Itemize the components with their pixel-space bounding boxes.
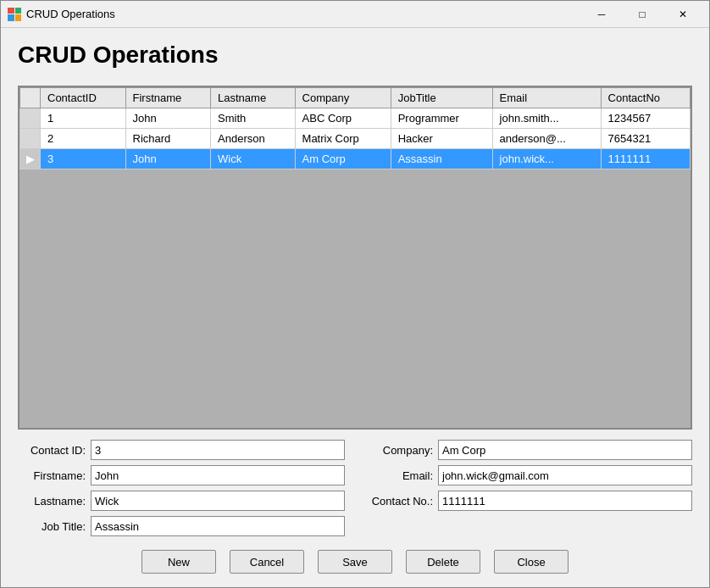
save-button[interactable]: Save	[318, 550, 392, 574]
close-window-button[interactable]: ✕	[663, 4, 702, 25]
jobtitle-input[interactable]	[91, 516, 345, 536]
contactno-input[interactable]	[438, 491, 692, 511]
jobtitle-row: Job Title:	[18, 516, 345, 536]
lastname-label: Lastname:	[18, 495, 86, 508]
jobtitle-label: Job Title:	[18, 520, 86, 533]
grid-empty-area	[19, 169, 691, 305]
app-icon	[8, 8, 21, 21]
data-grid-container: ContactID Firstname Lastname Company Job…	[18, 86, 692, 430]
col-header-contactno: ContactNo	[601, 88, 690, 108]
main-window: CRUD Operations ─ □ ✕ CRUD Operations Co…	[0, 0, 710, 588]
company-row: Company:	[365, 440, 692, 460]
form-right: Company: Email: Contact No.:	[365, 440, 692, 536]
table-header-row: ContactID Firstname Lastname Company Job…	[20, 88, 691, 108]
col-header-contactid: ContactID	[41, 88, 126, 108]
lastname-input[interactable]	[91, 491, 345, 511]
col-header-lastname: Lastname	[211, 88, 296, 108]
page-title: CRUD Operations	[18, 42, 692, 69]
email-input[interactable]	[438, 465, 692, 485]
table-row[interactable]: 1JohnSmithABC CorpProgrammerjohn.smith..…	[20, 108, 691, 129]
buttons-row: New Cancel Save Delete Close	[18, 550, 692, 574]
close-button[interactable]: Close	[494, 550, 569, 574]
lastname-row: Lastname:	[18, 491, 345, 511]
col-header-jobtitle: JobTitle	[391, 88, 492, 108]
data-table: ContactID Firstname Lastname Company Job…	[19, 87, 691, 169]
table-row[interactable]: ▶3JohnWickAm CorpAssassinjohn.wick...111…	[20, 149, 691, 169]
contact-id-row: Contact ID:	[18, 440, 345, 460]
window-content: CRUD Operations ContactID Firstname Last…	[1, 28, 709, 587]
company-label: Company:	[365, 444, 433, 457]
maximize-button[interactable]: □	[623, 4, 662, 25]
firstname-row: Firstname:	[18, 465, 345, 485]
company-input[interactable]	[438, 440, 692, 460]
firstname-input[interactable]	[91, 465, 345, 485]
table-row[interactable]: 2RichardAndersonMatrix CorpHackeranderso…	[20, 129, 691, 149]
col-header-selector	[20, 88, 41, 108]
form-left: Contact ID: Firstname: Lastname: Job Tit…	[18, 440, 345, 536]
form-section: Contact ID: Firstname: Lastname: Job Tit…	[18, 440, 692, 536]
new-button[interactable]: New	[141, 550, 216, 574]
contactno-label: Contact No.:	[365, 495, 433, 508]
firstname-label: Firstname:	[18, 469, 86, 482]
cancel-button[interactable]: Cancel	[230, 550, 304, 574]
col-header-company: Company	[295, 88, 391, 108]
col-header-firstname: Firstname	[125, 88, 211, 108]
col-header-email: Email	[492, 88, 601, 108]
delete-button[interactable]: Delete	[406, 550, 480, 574]
window-title: CRUD Operations	[26, 8, 582, 20]
minimize-button[interactable]: ─	[582, 4, 621, 25]
email-label: Email:	[365, 469, 433, 482]
contact-id-label: Contact ID:	[18, 444, 86, 457]
window-controls: ─ □ ✕	[582, 4, 702, 25]
contactno-row: Contact No.:	[365, 491, 692, 511]
email-row: Email:	[365, 465, 692, 485]
title-bar: CRUD Operations ─ □ ✕	[1, 1, 709, 28]
contact-id-input[interactable]	[91, 440, 345, 460]
